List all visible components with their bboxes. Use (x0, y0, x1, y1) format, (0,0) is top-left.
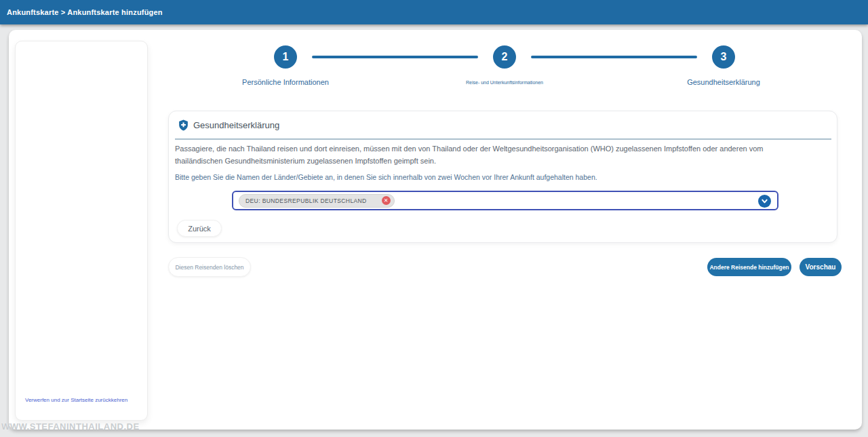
card-title: Gesundheitserklärung (193, 120, 279, 130)
back-button[interactable]: Zurück (177, 220, 222, 237)
card-divider (175, 138, 831, 140)
card-header: Gesundheitserklärung (178, 119, 279, 131)
step-1-circle[interactable]: 1 (274, 45, 297, 69)
breadcrumb[interactable]: Ankunftskarte > Ankunftskarte hinzufügen (7, 8, 163, 16)
stepper-step-1: 1 Persönliche Informationen (211, 45, 360, 86)
health-declaration-card: Gesundheitserklärung Passagiere, die nac… (168, 111, 837, 243)
delete-traveler-button[interactable]: Diesen Reisenden löschen (168, 257, 251, 277)
chip-remove-icon[interactable]: ✕ (382, 196, 391, 205)
discard-and-return-link[interactable]: Verwerfen und zur Startseite zurückkehre… (25, 397, 127, 403)
topbar: Ankunftskarte > Ankunftskarte hinzufügen (0, 0, 868, 24)
countries-prompt-text: Bitte geben Sie die Namen der Länder/Geb… (175, 173, 809, 181)
stepper-step-2: 2 Reise- und Unterkunftsinformationen (430, 45, 579, 85)
step-1-label: Persönliche Informationen (211, 78, 360, 86)
step-3-circle[interactable]: 3 (712, 45, 735, 69)
step-3-label: Gesundheitserklärung (649, 78, 798, 86)
country-chip-label: DEU: BUNDESREPUBLIK DEUTSCHLAND (245, 197, 367, 204)
health-shield-icon (178, 119, 189, 131)
add-traveler-button[interactable]: Andere Reisende hinzufügen (707, 258, 791, 276)
vaccine-info-text: Passagiere, die nach Thailand reisen und… (175, 143, 809, 167)
sidebar-panel: Verwerfen und zur Startseite zurückkehre… (15, 41, 148, 421)
step-2-label: Reise- und Unterkunftsinformationen (430, 80, 579, 85)
country-chip: DEU: BUNDESREPUBLIK DEUTSCHLAND ✕ (239, 194, 395, 208)
chevron-down-icon[interactable] (758, 195, 771, 208)
stepper-step-3: 3 Gesundheitserklärung (649, 45, 798, 86)
step-2-circle[interactable]: 2 (493, 45, 516, 69)
preview-button[interactable]: Vorschau (800, 258, 842, 276)
countries-multiselect-field[interactable]: DEU: BUNDESREPUBLIK DEUTSCHLAND ✕ (232, 191, 778, 210)
